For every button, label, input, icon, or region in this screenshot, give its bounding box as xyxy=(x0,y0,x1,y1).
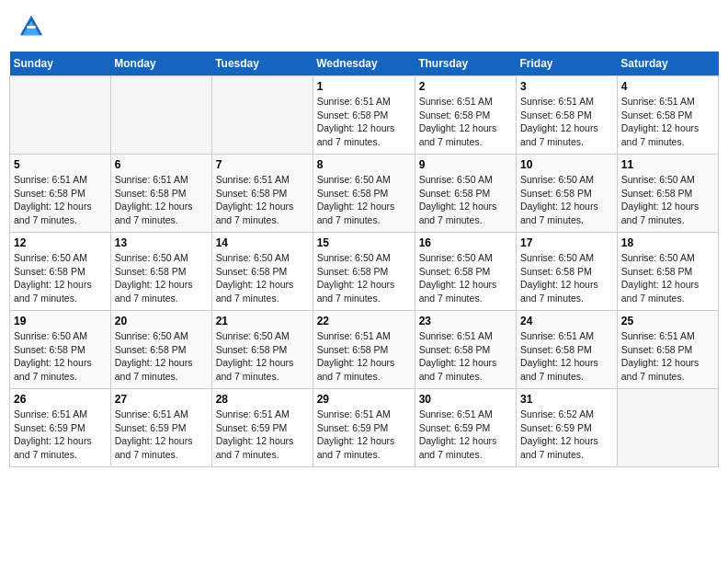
calendar-cell xyxy=(110,76,211,155)
day-info: Sunrise: 6:52 AM Sunset: 6:59 PM Dayligh… xyxy=(520,408,613,462)
day-number: 17 xyxy=(520,236,613,249)
day-number: 1 xyxy=(317,80,411,93)
day-number: 16 xyxy=(419,236,512,249)
day-info: Sunrise: 6:50 AM Sunset: 6:58 PM Dayligh… xyxy=(520,173,613,227)
day-number: 24 xyxy=(520,315,613,327)
calendar-cell: 28 Sunrise: 6:51 AM Sunset: 6:59 PM Dayl… xyxy=(211,389,313,467)
daylight-text: Daylight: 12 hours and 7 minutes. xyxy=(419,357,497,382)
calendar-cell: 5 Sunrise: 6:51 AM Sunset: 6:58 PM Dayli… xyxy=(10,155,111,233)
daylight-text: Daylight: 12 hours and 7 minutes. xyxy=(419,435,497,460)
sunrise-text: Sunrise: 6:51 AM xyxy=(317,330,391,341)
day-info: Sunrise: 6:50 AM Sunset: 6:58 PM Dayligh… xyxy=(520,251,613,305)
sunset-text: Sunset: 6:58 PM xyxy=(520,109,592,121)
sunset-text: Sunset: 6:58 PM xyxy=(216,344,288,355)
sunrise-text: Sunrise: 6:51 AM xyxy=(115,408,188,419)
sunset-text: Sunset: 6:58 PM xyxy=(419,188,491,199)
daylight-text: Daylight: 12 hours and 7 minutes. xyxy=(419,122,497,147)
sunrise-text: Sunrise: 6:51 AM xyxy=(621,96,695,107)
calendar-cell: 7 Sunrise: 6:51 AM Sunset: 6:58 PM Dayli… xyxy=(211,155,313,233)
weekday-header-monday: Monday xyxy=(110,52,211,76)
sunset-text: Sunset: 6:58 PM xyxy=(621,266,693,277)
sunrise-text: Sunrise: 6:51 AM xyxy=(216,174,290,185)
calendar-header-row: SundayMondayTuesdayWednesdayThursdayFrid… xyxy=(10,52,719,76)
day-number: 26 xyxy=(14,393,107,406)
day-number: 20 xyxy=(115,315,208,327)
daylight-text: Daylight: 12 hours and 7 minutes. xyxy=(520,435,598,460)
sunrise-text: Sunrise: 6:51 AM xyxy=(419,408,493,419)
day-number: 5 xyxy=(14,158,107,171)
day-info: Sunrise: 6:51 AM Sunset: 6:59 PM Dayligh… xyxy=(216,408,309,462)
daylight-text: Daylight: 12 hours and 7 minutes. xyxy=(621,122,700,147)
sunset-text: Sunset: 6:59 PM xyxy=(317,422,389,433)
day-number: 18 xyxy=(621,236,714,249)
sunrise-text: Sunrise: 6:51 AM xyxy=(317,96,391,107)
daylight-text: Daylight: 12 hours and 7 minutes. xyxy=(216,435,294,460)
sunset-text: Sunset: 6:58 PM xyxy=(419,266,491,277)
daylight-text: Daylight: 12 hours and 7 minutes. xyxy=(520,122,598,147)
daylight-text: Daylight: 12 hours and 7 minutes. xyxy=(419,279,497,304)
sunrise-text: Sunrise: 6:51 AM xyxy=(419,330,493,341)
day-number: 6 xyxy=(115,158,208,171)
day-info: Sunrise: 6:51 AM Sunset: 6:58 PM Dayligh… xyxy=(14,173,107,227)
daylight-text: Daylight: 12 hours and 7 minutes. xyxy=(317,435,395,460)
day-number: 12 xyxy=(14,236,107,249)
day-number: 14 xyxy=(216,236,309,249)
week-row-2: 5 Sunrise: 6:51 AM Sunset: 6:58 PM Dayli… xyxy=(10,155,719,233)
day-info: Sunrise: 6:50 AM Sunset: 6:58 PM Dayligh… xyxy=(317,251,411,305)
daylight-text: Daylight: 12 hours and 7 minutes. xyxy=(621,279,700,304)
calendar-cell: 26 Sunrise: 6:51 AM Sunset: 6:59 PM Dayl… xyxy=(10,389,111,467)
calendar-cell xyxy=(211,76,313,155)
sunset-text: Sunset: 6:58 PM xyxy=(520,344,592,355)
sunrise-text: Sunrise: 6:51 AM xyxy=(216,408,290,419)
day-info: Sunrise: 6:50 AM Sunset: 6:58 PM Dayligh… xyxy=(14,251,107,305)
sunrise-text: Sunrise: 6:51 AM xyxy=(317,408,391,419)
calendar-cell xyxy=(10,76,111,155)
calendar-cell: 15 Sunrise: 6:50 AM Sunset: 6:58 PM Dayl… xyxy=(313,233,415,311)
sunrise-text: Sunrise: 6:50 AM xyxy=(317,174,391,185)
day-number: 31 xyxy=(520,393,613,406)
sunset-text: Sunset: 6:58 PM xyxy=(14,344,85,355)
sunset-text: Sunset: 6:59 PM xyxy=(216,422,288,433)
day-info: Sunrise: 6:50 AM Sunset: 6:58 PM Dayligh… xyxy=(621,173,714,227)
day-info: Sunrise: 6:51 AM Sunset: 6:58 PM Dayligh… xyxy=(621,95,714,149)
calendar-cell: 16 Sunrise: 6:50 AM Sunset: 6:58 PM Dayl… xyxy=(415,233,516,311)
sunrise-text: Sunrise: 6:50 AM xyxy=(14,330,87,341)
daylight-text: Daylight: 12 hours and 7 minutes. xyxy=(419,201,497,225)
sunset-text: Sunset: 6:58 PM xyxy=(520,188,592,199)
weekday-header-friday: Friday xyxy=(517,52,618,76)
daylight-text: Daylight: 12 hours and 7 minutes. xyxy=(317,201,395,225)
sunset-text: Sunset: 6:58 PM xyxy=(115,266,187,277)
sunrise-text: Sunrise: 6:51 AM xyxy=(520,330,594,341)
calendar-cell xyxy=(617,389,718,467)
day-info: Sunrise: 6:51 AM Sunset: 6:59 PM Dayligh… xyxy=(14,408,107,462)
calendar-cell: 1 Sunrise: 6:51 AM Sunset: 6:58 PM Dayli… xyxy=(313,76,415,155)
day-number: 10 xyxy=(520,158,613,171)
sunrise-text: Sunrise: 6:50 AM xyxy=(115,252,188,263)
sunrise-text: Sunrise: 6:50 AM xyxy=(621,252,695,263)
week-row-5: 26 Sunrise: 6:51 AM Sunset: 6:59 PM Dayl… xyxy=(10,389,719,467)
svg-rect-2 xyxy=(27,26,35,29)
sunset-text: Sunset: 6:59 PM xyxy=(520,422,592,433)
calendar-cell: 10 Sunrise: 6:50 AM Sunset: 6:58 PM Dayl… xyxy=(517,155,618,233)
calendar-cell: 3 Sunrise: 6:51 AM Sunset: 6:58 PM Dayli… xyxy=(517,76,618,155)
sunrise-text: Sunrise: 6:50 AM xyxy=(216,252,290,263)
daylight-text: Daylight: 12 hours and 7 minutes. xyxy=(115,435,193,460)
daylight-text: Daylight: 12 hours and 7 minutes. xyxy=(317,357,395,382)
sunset-text: Sunset: 6:59 PM xyxy=(115,422,187,433)
calendar-cell: 25 Sunrise: 6:51 AM Sunset: 6:58 PM Dayl… xyxy=(617,311,718,389)
day-number: 11 xyxy=(621,158,714,171)
day-info: Sunrise: 6:51 AM Sunset: 6:58 PM Dayligh… xyxy=(520,329,613,384)
sunset-text: Sunset: 6:58 PM xyxy=(317,266,389,277)
sunrise-text: Sunrise: 6:51 AM xyxy=(621,330,695,341)
day-info: Sunrise: 6:51 AM Sunset: 6:58 PM Dayligh… xyxy=(419,329,512,384)
day-number: 27 xyxy=(115,393,208,406)
daylight-text: Daylight: 12 hours and 7 minutes. xyxy=(14,201,92,225)
day-number: 22 xyxy=(317,315,411,327)
day-info: Sunrise: 6:51 AM Sunset: 6:59 PM Dayligh… xyxy=(115,408,208,462)
sunset-text: Sunset: 6:59 PM xyxy=(419,422,491,433)
calendar-cell: 9 Sunrise: 6:50 AM Sunset: 6:58 PM Dayli… xyxy=(415,155,516,233)
day-number: 13 xyxy=(115,236,208,249)
sunset-text: Sunset: 6:58 PM xyxy=(14,266,85,277)
daylight-text: Daylight: 12 hours and 7 minutes. xyxy=(621,357,700,382)
calendar-cell: 20 Sunrise: 6:50 AM Sunset: 6:58 PM Dayl… xyxy=(110,311,211,389)
